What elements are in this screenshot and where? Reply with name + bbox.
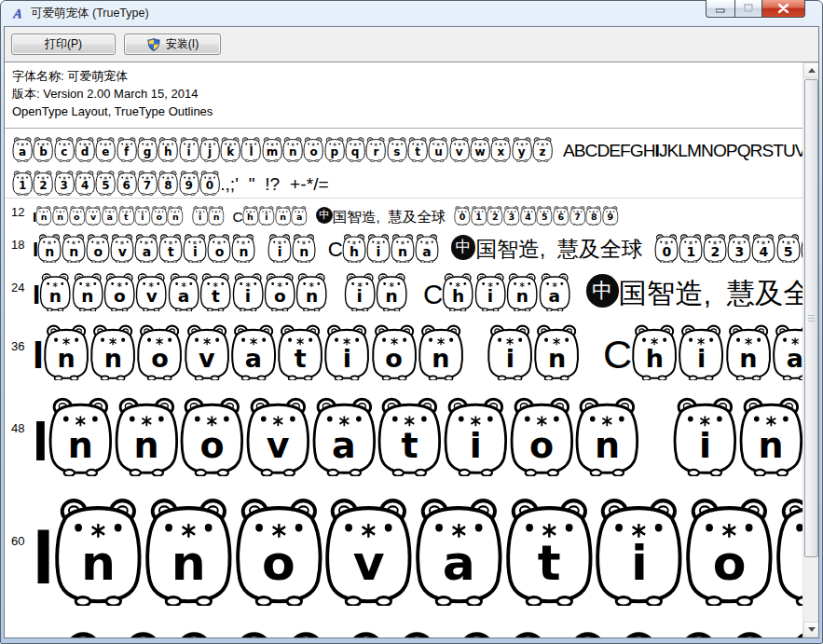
hamster-letter: z bbox=[532, 146, 553, 161]
font-info: 字体名称: 可爱萌宠体 版本: Version 2.00 March 15, 2… bbox=[5, 62, 802, 126]
hamster-glyph: n bbox=[295, 273, 327, 311]
maximize-button[interactable] bbox=[734, 0, 761, 18]
hamster-glyph: x bbox=[490, 137, 511, 162]
hamster-letter: h bbox=[158, 146, 178, 161]
sample-text: InnovationinChina中国智造,慧及全球0123456789 bbox=[33, 476, 802, 606]
hamster-glyph: n bbox=[53, 498, 144, 606]
plain-glyph: B bbox=[574, 142, 585, 159]
hamster-glyph: n bbox=[39, 273, 71, 311]
hamster-letter: k bbox=[220, 146, 240, 161]
hamster-letter: a bbox=[12, 146, 33, 161]
hamster-glyph: i bbox=[724, 631, 802, 637]
hamster-glyph: 7 bbox=[137, 171, 158, 196]
size-sample-row: 24InnovationinChina中国智造,慧及全球0123456789 bbox=[5, 263, 802, 311]
hamster-glyph: 2 bbox=[33, 171, 53, 196]
hamster-letter: a bbox=[772, 344, 802, 377]
scrollbar-grip-icon bbox=[808, 315, 815, 322]
hamster-letter: n bbox=[39, 286, 71, 309]
size-sample-row: 36InnovationinChina中国智造,慧及全球0123456789 bbox=[5, 311, 802, 380]
hamster-glyph: v bbox=[323, 498, 414, 606]
hamster-glyph: y bbox=[512, 137, 532, 162]
install-button[interactable]: 安装(I) bbox=[124, 34, 221, 55]
hamster-glyph: i bbox=[672, 397, 738, 476]
hamster-glyph: f bbox=[117, 137, 137, 162]
hamster-glyph: 5 bbox=[776, 234, 801, 263]
hamster-glyph: 3 bbox=[503, 206, 520, 226]
plain-glyph: C bbox=[233, 210, 242, 224]
plain-glyph: 造 bbox=[362, 210, 377, 225]
hamster-letter: n bbox=[738, 426, 802, 473]
hamster-glyph: o bbox=[151, 206, 168, 226]
hamster-letter: i bbox=[183, 244, 207, 262]
hamster-letter: o bbox=[509, 426, 575, 473]
plain-glyph: " bbox=[249, 175, 255, 193]
scrollbar-down-button[interactable] bbox=[803, 622, 818, 637]
hamster-letter: g bbox=[137, 146, 158, 161]
hamster-glyph: c bbox=[54, 137, 75, 162]
hamster-glyph: 4 bbox=[520, 206, 537, 226]
plain-glyph: L bbox=[678, 142, 687, 159]
hamster-glyph: o bbox=[371, 324, 418, 380]
hamster-glyph: o bbox=[207, 234, 231, 263]
plain-glyph: C bbox=[423, 281, 442, 308]
plain-glyph: ? bbox=[270, 175, 281, 193]
app-area: 打印(P) 安装(I) 字体名称: 可爱萌宠体 版本: Version 2.00… bbox=[4, 26, 819, 638]
titlebar[interactable]: A 可爱萌宠体 (TrueType) bbox=[4, 1, 819, 26]
hamster-letter: y bbox=[512, 146, 532, 161]
minimize-button[interactable] bbox=[706, 0, 734, 18]
hamster-glyph: q bbox=[345, 137, 365, 162]
hamster-letter: 4 bbox=[520, 212, 537, 225]
hamster-letter: i bbox=[134, 212, 151, 225]
hamster-glyph: 5 bbox=[95, 171, 116, 196]
hamster-glyph: o bbox=[684, 498, 775, 606]
hamster-glyph: n bbox=[775, 498, 802, 606]
hamster-letter: 1 bbox=[471, 212, 487, 225]
font-name-line: 字体名称: 可爱萌宠体 bbox=[12, 67, 795, 85]
plain-glyph: * bbox=[307, 175, 313, 193]
plain-glyph: ' bbox=[235, 175, 239, 193]
charset-row: abcdefghijklmnopqrstuvwxyzABCDEFGHIJKLMN… bbox=[5, 129, 802, 162]
hamster-glyph: a bbox=[230, 324, 277, 380]
hamster-letter: h bbox=[342, 244, 366, 262]
close-button[interactable] bbox=[761, 0, 805, 18]
hamster-letter: n bbox=[89, 344, 136, 377]
hamster-glyph: 3 bbox=[54, 171, 75, 196]
hamster-letter: x bbox=[490, 146, 511, 161]
hamster-glyph: v bbox=[245, 397, 311, 476]
vertical-scrollbar[interactable] bbox=[802, 62, 818, 637]
hamster-glyph: n bbox=[169, 631, 280, 637]
size-sample-row: 48InnovationinChina中国智造,慧及全球0123456789 bbox=[5, 380, 802, 476]
window-controls bbox=[706, 0, 805, 18]
hamster-glyph: n bbox=[144, 498, 234, 606]
toolbar: 打印(P) 安装(I) bbox=[5, 27, 818, 62]
hamster-glyph: i bbox=[323, 324, 370, 380]
hamster-glyph: r bbox=[365, 137, 386, 162]
hamster-letter: t bbox=[504, 536, 595, 601]
plain-glyph: 全 bbox=[417, 210, 432, 225]
hamster-glyph: i bbox=[192, 206, 209, 226]
hamster-letter: u bbox=[428, 146, 448, 161]
hamster-letter: v bbox=[449, 146, 470, 161]
size-label: 60 bbox=[5, 476, 33, 606]
font-preview-panel: 字体名称: 可爱萌宠体 版本: Version 2.00 March 15, 2… bbox=[5, 62, 818, 637]
plain-glyph: + bbox=[290, 175, 300, 193]
hamster-glyph: t bbox=[199, 273, 231, 311]
hamster-letter: n bbox=[295, 286, 327, 309]
hamster-glyph: v bbox=[110, 234, 134, 263]
inverse-cjk-glyph: 中 bbox=[451, 235, 476, 260]
hamster-glyph: 0 bbox=[654, 234, 679, 263]
plain-glyph: T bbox=[773, 142, 783, 159]
hamster-letter: 5 bbox=[776, 244, 801, 262]
hamster-glyph: n bbox=[292, 234, 316, 263]
hamster-glyph: n bbox=[52, 206, 69, 226]
hamster-letter: 0 bbox=[454, 212, 471, 225]
print-button[interactable]: 打印(P) bbox=[11, 34, 116, 55]
plain-glyph: Q bbox=[737, 142, 750, 159]
scrollbar-up-button[interactable] bbox=[803, 62, 818, 78]
hamster-glyph: h bbox=[242, 206, 259, 226]
scrollbar-thumb[interactable] bbox=[804, 79, 818, 557]
plain-glyph: U bbox=[783, 142, 795, 159]
hamster-glyph: a bbox=[415, 234, 439, 263]
hamster-glyph: 4 bbox=[75, 171, 95, 196]
plain-glyph: R bbox=[750, 142, 762, 159]
